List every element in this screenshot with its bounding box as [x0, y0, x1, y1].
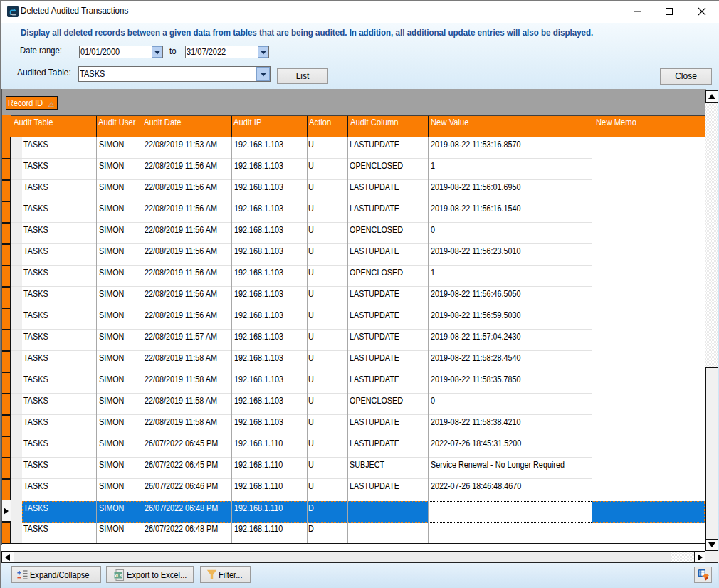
svg-text:XLS: XLS: [114, 573, 122, 578]
